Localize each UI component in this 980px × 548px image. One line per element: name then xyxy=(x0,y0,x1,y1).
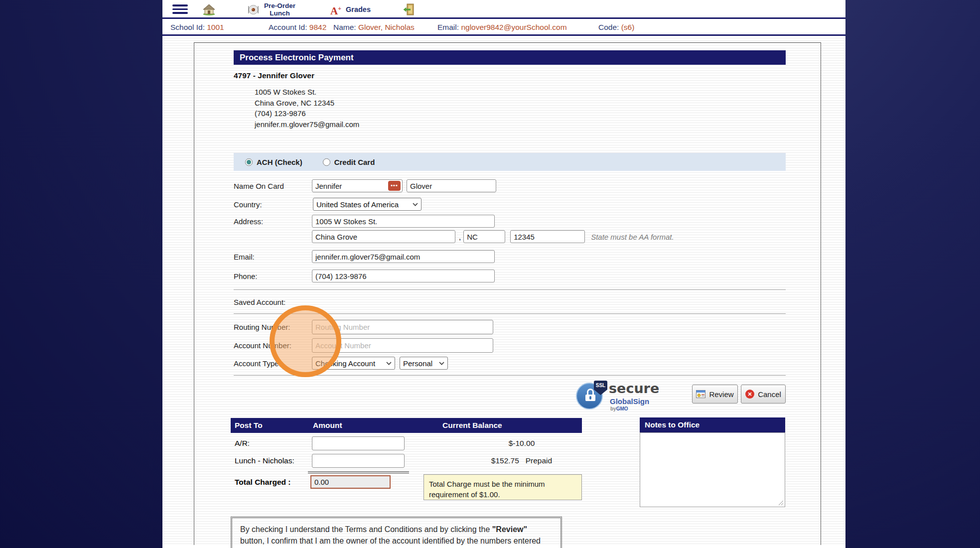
ar-amount-input[interactable] xyxy=(312,436,405,450)
school-id-field: School Id: 1001 xyxy=(170,23,224,32)
routing-number-row: Routing Number: xyxy=(234,320,493,334)
address-line: China Grove, NC 12345 xyxy=(255,98,359,109)
divider xyxy=(234,313,786,314)
code-field: Code: (s6) xyxy=(598,23,634,32)
cancel-button[interactable]: ✕ Cancel xyxy=(741,385,786,404)
account-ownership-select[interactable]: Personal xyxy=(400,357,448,370)
phone-row: Phone: xyxy=(234,270,495,282)
payer-heading: 4797 - Jennifer Glover xyxy=(234,71,314,80)
chevron-down-icon xyxy=(386,362,392,365)
city-state-zip-row: , State must be AA format. xyxy=(234,230,674,243)
country-row: Country: United States of America xyxy=(234,198,421,211)
routing-number-label: Routing Number: xyxy=(234,323,312,331)
country-select[interactable]: United States of America xyxy=(313,198,421,211)
payer-address-block: 1005 W Stokes St. China Grove, NC 12345 … xyxy=(255,87,359,130)
saved-account-label: Saved Account: xyxy=(234,298,285,306)
page-content: Process Electronic Payment 4797 - Jennif… xyxy=(162,36,845,545)
address-line: jennifer.m.glover75@gmail.com xyxy=(255,119,359,130)
total-charged-label: Total Charged : xyxy=(235,478,310,487)
total-charged-input[interactable] xyxy=(310,475,391,489)
nav-preorder-lunch-label: Pre-Order Lunch xyxy=(264,2,295,17)
email-label: Email: xyxy=(234,253,312,261)
student-info-bar: School Id: 1001 Account Id: 9842 Name: G… xyxy=(162,19,845,36)
ar-balance: $-10.00 xyxy=(462,439,581,448)
gmo-byline: byGMO xyxy=(610,406,628,411)
chevron-down-icon xyxy=(439,362,444,365)
chevron-down-icon xyxy=(413,203,418,206)
account-type-select[interactable]: Checking Account xyxy=(312,357,395,370)
resize-handle-icon[interactable] xyxy=(778,500,784,506)
table-row-lunch: Lunch - Nicholas: $152.75 Prepaid xyxy=(231,454,582,468)
student-email-field: Email: nglover9842@yourSchool.com xyxy=(437,23,567,32)
nav-signout[interactable] xyxy=(403,0,415,19)
nav-grades-label: Grades xyxy=(346,6,371,13)
account-number-input[interactable] xyxy=(312,338,493,353)
table-row-ar: A/R: $-10.00 xyxy=(231,436,582,450)
account-type-label: Account Type: xyxy=(234,359,312,368)
lunch-balance: $152.75 Prepaid xyxy=(462,456,581,465)
email-input[interactable] xyxy=(312,250,495,263)
address-row: Address: xyxy=(234,215,495,228)
account-number-label: Account Number: xyxy=(234,341,312,350)
address-line: 1005 W Stokes St. xyxy=(255,87,359,98)
name-on-card-label: Name On Card xyxy=(234,182,312,190)
a-plus-icon: A+ xyxy=(330,3,341,16)
cancel-x-icon: ✕ xyxy=(745,390,754,399)
account-type-row: Account Type: Checking Account Personal xyxy=(234,357,448,370)
minimum-charge-warning: Total Charge must be the minimum require… xyxy=(423,474,582,500)
hamburger-menu-icon[interactable] xyxy=(172,4,188,14)
ach-radio[interactable] xyxy=(245,158,253,166)
app-window: Pre-Order Lunch A+ Grades School Id: 100… xyxy=(162,0,845,548)
notes-title: Notes to Office xyxy=(640,417,785,432)
ar-label: A/R: xyxy=(235,439,312,448)
phone-label: Phone: xyxy=(234,272,312,280)
nav-grades[interactable]: A+ Grades xyxy=(330,0,371,19)
nav-home[interactable] xyxy=(202,0,216,19)
address-label: Address: xyxy=(234,217,312,226)
terms-and-conditions-box: By checking I understand the Terms and C… xyxy=(231,517,562,548)
zip-input[interactable] xyxy=(510,230,585,243)
total-separator-line xyxy=(308,471,409,473)
divider xyxy=(234,375,786,376)
lunch-amount-input[interactable] xyxy=(312,454,405,468)
payment-method-bar: ACH (Check) Credit Card xyxy=(234,153,786,171)
routing-number-input[interactable] xyxy=(312,320,493,334)
payment-panel: Process Electronic Payment 4797 - Jennif… xyxy=(194,42,821,545)
city-input[interactable] xyxy=(312,230,455,243)
notes-to-office-panel: Notes to Office xyxy=(640,417,785,509)
page-title: Process Electronic Payment xyxy=(234,50,786,65)
student-name-field: Name: Glover, Nicholas xyxy=(333,23,415,32)
ach-radio-label: ACH (Check) xyxy=(257,158,302,166)
account-id-field: Account Id: 9842 xyxy=(269,23,326,32)
name-on-card-row: Name On Card ••• xyxy=(234,179,496,192)
review-form-icon xyxy=(696,390,705,398)
ssl-secure-text: secure xyxy=(609,381,659,396)
email-row: Email: xyxy=(234,250,495,263)
post-to-table-header: Post To Amount Current Balance xyxy=(231,418,582,433)
meal-plate-icon xyxy=(247,3,260,16)
lunch-label: Lunch - Nicholas: xyxy=(235,456,312,465)
address-line: (704) 123-9876 xyxy=(255,108,359,119)
autofill-icon[interactable]: ••• xyxy=(388,181,401,191)
state-input[interactable] xyxy=(463,230,505,243)
last-name-input[interactable] xyxy=(407,179,496,192)
notes-textarea[interactable] xyxy=(640,432,785,507)
top-navbar: Pre-Order Lunch A+ Grades xyxy=(162,0,845,19)
review-button[interactable]: Review xyxy=(692,385,738,404)
comma-separator: , xyxy=(459,233,461,241)
country-label: Country: xyxy=(234,200,312,209)
account-number-row: Account Number: xyxy=(234,338,493,353)
credit-card-radio[interactable] xyxy=(323,158,330,166)
street-address-input[interactable] xyxy=(312,215,495,228)
phone-input[interactable] xyxy=(312,270,495,282)
exit-door-icon xyxy=(403,3,415,16)
globalsign-brand: GlobalSign xyxy=(610,397,649,406)
divider xyxy=(234,289,786,290)
home-icon xyxy=(202,3,216,15)
state-format-hint: State must be AA format. xyxy=(591,233,674,241)
credit-card-radio-label: Credit Card xyxy=(334,158,375,166)
nav-preorder-lunch[interactable]: Pre-Order Lunch xyxy=(247,0,295,19)
ssl-secure-badge: SSL secure GlobalSign byGMO xyxy=(576,381,656,412)
